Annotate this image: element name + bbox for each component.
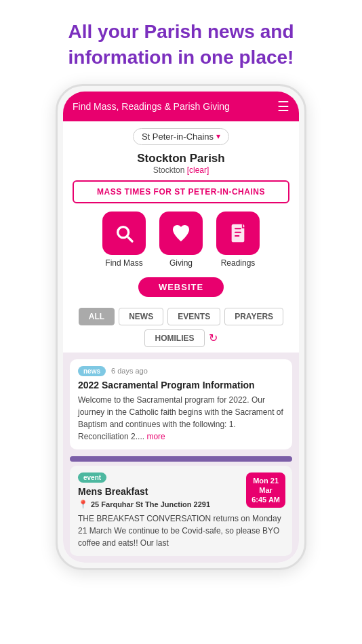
- filter-row-2: HOMILIES ↻: [70, 329, 292, 353]
- news-card-body: Welcome to the Sacramental program for 2…: [78, 394, 284, 443]
- find-mass-label: Find Mass: [105, 258, 142, 268]
- content-area: news 6 days ago 2022 Sacramental Program…: [63, 353, 299, 563]
- parish-name-section: Stockton Parish Stockton [clear]: [63, 148, 299, 180]
- readings-item: Readings: [216, 212, 260, 268]
- giving-item: Giving: [159, 212, 203, 268]
- parish-location: Stockton [clear]: [70, 165, 292, 175]
- tab-all[interactable]: ALL: [79, 308, 115, 325]
- app-topbar: Find Mass, Readings & Parish Giving ☰: [63, 92, 299, 121]
- topbar-title: Find Mass, Readings & Parish Giving: [73, 101, 230, 112]
- phone-screen: Find Mass, Readings & Parish Giving ☰ St…: [63, 92, 299, 563]
- event-badge: event: [78, 472, 106, 483]
- filter-row-1: ALL NEWS EVENTS PRAYERS: [70, 308, 292, 325]
- tab-prayers[interactable]: PRAYERS: [224, 308, 283, 325]
- location-pin-icon: 📍: [78, 500, 88, 509]
- news-card-meta: news 6 days ago: [78, 366, 284, 376]
- event-date-badge: Mon 21 Mar 6:45 AM: [246, 472, 285, 508]
- event-body: THE BREAKFAST CONVERSATION returns on Mo…: [78, 512, 284, 549]
- tab-news[interactable]: NEWS: [119, 308, 163, 325]
- filter-tabs: ALL NEWS EVENTS PRAYERS HOMILIES ↻: [63, 305, 299, 353]
- news-time-ago: 6 days ago: [111, 367, 148, 375]
- section-divider: [70, 456, 292, 462]
- parish-selector-wrapper: St Peter-in-Chains ▾: [63, 121, 299, 148]
- news-card-body-text: Welcome to the Sacramental program for 2…: [78, 395, 283, 441]
- clear-link[interactable]: [clear]: [187, 165, 209, 175]
- icon-grid: Find Mass Giving Readi: [63, 212, 299, 273]
- parish-name: Stockton Parish: [70, 152, 292, 165]
- giving-label: Giving: [169, 258, 193, 268]
- news-more-link[interactable]: more: [146, 432, 165, 441]
- website-button[interactable]: WEBSITE: [138, 277, 224, 297]
- location-text: Stockton: [153, 165, 185, 175]
- mass-times-button[interactable]: MASS TIMES FOR ST PETER-IN-CHAINS: [73, 180, 289, 203]
- readings-label: Readings: [221, 258, 256, 268]
- event-card: Mon 21 Mar 6:45 AM event Mens Breakfast …: [70, 466, 292, 556]
- event-date-line1: Mon 21: [253, 477, 279, 485]
- refresh-icon[interactable]: ↻: [209, 331, 218, 344]
- parish-selected-label: St Peter-in-Chains: [142, 132, 214, 142]
- event-date-line2: Mar: [259, 486, 273, 494]
- search-icon: [113, 222, 135, 244]
- news-card: news 6 days ago 2022 Sacramental Program…: [70, 359, 292, 449]
- hamburger-icon[interactable]: ☰: [277, 98, 289, 115]
- event-date-line3: 6:45 AM: [252, 496, 280, 504]
- phone-mockup: Find Mass, Readings & Parish Giving ☰ St…: [56, 84, 306, 570]
- event-location-text: 25 Farquhar St The Junction 2291: [91, 500, 210, 508]
- giving-button[interactable]: [159, 212, 203, 255]
- app-tagline: All your Parish news and information in …: [0, 0, 362, 84]
- news-card-title: 2022 Sacramental Program Information: [78, 380, 284, 390]
- dropdown-arrow-icon: ▾: [216, 132, 220, 141]
- find-mass-button[interactable]: [102, 212, 146, 255]
- news-badge: news: [78, 366, 106, 376]
- find-mass-item: Find Mass: [102, 212, 146, 268]
- website-btn-wrap: WEBSITE: [63, 273, 299, 305]
- parish-dropdown[interactable]: St Peter-in-Chains ▾: [133, 128, 229, 145]
- document-icon: [227, 222, 249, 244]
- readings-button[interactable]: [216, 212, 260, 255]
- tab-events[interactable]: EVENTS: [167, 308, 220, 325]
- heart-icon: [170, 222, 192, 244]
- tab-homilies[interactable]: HOMILIES: [144, 329, 204, 347]
